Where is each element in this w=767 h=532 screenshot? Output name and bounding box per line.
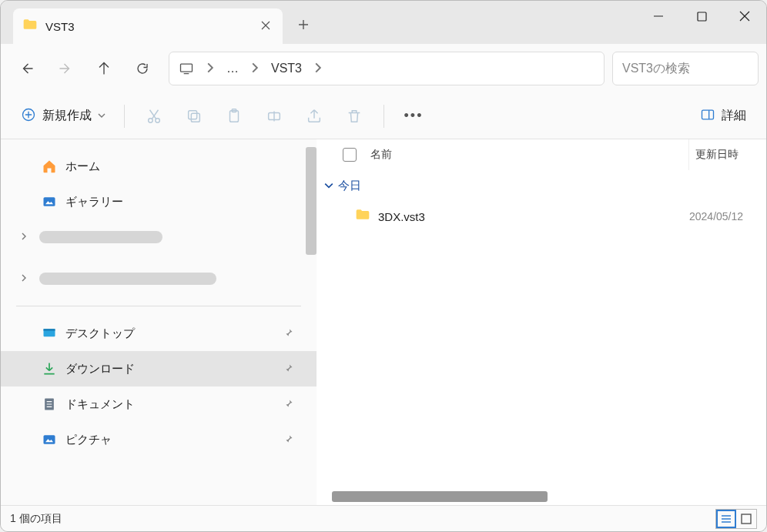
details-label: 詳細: [722, 108, 746, 124]
svg-rect-10: [702, 110, 714, 119]
cut-button[interactable]: [136, 101, 172, 132]
chevron-right-icon[interactable]: [202, 62, 219, 75]
toolbar: 新規作成 ••• 詳細: [1, 93, 766, 139]
sidebar-item-label: ドキュメント: [65, 397, 135, 412]
svg-rect-13: [44, 329, 55, 331]
sidebar-item-label: ピクチャ: [65, 433, 112, 447]
chevron-right-icon[interactable]: [310, 62, 327, 75]
sidebar: ホーム ギャラリー: [1, 139, 317, 505]
window-controls: [637, 1, 766, 32]
column-name[interactable]: 名前: [367, 139, 689, 170]
forward-button[interactable]: [47, 53, 84, 84]
status-bar: 1 個の項目: [1, 505, 766, 531]
sidebar-item-documents[interactable]: ドキュメント: [1, 386, 317, 422]
search-input[interactable]: VST3の検索: [612, 52, 759, 85]
sidebar-item-desktop[interactable]: デスクトップ: [1, 316, 317, 351]
breadcrumb-segment[interactable]: VST3: [268, 59, 305, 79]
svg-rect-1: [181, 64, 193, 72]
view-details-button[interactable]: [716, 510, 736, 528]
svg-rect-6: [189, 110, 197, 119]
plus-circle-icon: [21, 107, 36, 125]
gallery-icon: [41, 194, 58, 209]
redacted-label: [39, 231, 162, 243]
chevron-down-icon: [98, 111, 106, 122]
svg-rect-5: [191, 113, 199, 122]
download-icon: [41, 361, 58, 376]
file-date: 2024/05/12: [689, 210, 766, 223]
breadcrumb-ellipsis[interactable]: …: [223, 59, 242, 79]
select-all-checkbox[interactable]: [343, 148, 357, 162]
new-tab-button[interactable]: [298, 16, 309, 34]
refresh-button[interactable]: [124, 53, 161, 84]
column-headers: 名前 更新日時: [317, 139, 766, 170]
title-bar: VST3: [1, 1, 766, 44]
toolbar-separator: [384, 105, 384, 128]
svg-rect-15: [44, 435, 55, 444]
up-button[interactable]: [85, 53, 122, 84]
group-label: 今日: [338, 179, 361, 193]
pictures-icon: [41, 432, 58, 447]
sidebar-item-home[interactable]: ホーム: [1, 149, 317, 184]
search-placeholder: VST3の検索: [622, 61, 690, 77]
svg-rect-0: [698, 12, 706, 21]
content-horizontal-scrollbar[interactable]: [332, 491, 548, 502]
pc-icon[interactable]: [176, 58, 197, 79]
address-bar[interactable]: … VST3: [169, 52, 605, 85]
delete-button[interactable]: [336, 101, 373, 132]
group-today[interactable]: 今日: [317, 170, 766, 201]
file-row[interactable]: 3DX.vst3 2024/05/12: [317, 201, 766, 232]
details-icon: [700, 107, 715, 125]
chevron-down-icon: [324, 181, 333, 190]
item-count: 1 個の項目: [10, 512, 62, 526]
view-toggle: [715, 509, 757, 529]
paste-button[interactable]: [216, 101, 253, 132]
tab-current[interactable]: VST3: [13, 8, 283, 44]
file-name: 3DX.vst3: [378, 210, 682, 223]
folder-icon: [22, 17, 38, 35]
rename-button[interactable]: [256, 101, 293, 132]
tab-close-button[interactable]: [258, 16, 273, 36]
copy-button[interactable]: [176, 101, 213, 132]
home-icon: [41, 159, 58, 174]
details-pane-button[interactable]: 詳細: [692, 102, 754, 130]
close-button[interactable]: [723, 1, 766, 32]
sidebar-item-label: ダウンロード: [65, 362, 135, 376]
desktop-icon: [41, 326, 58, 341]
sidebar-item-label: ギャラリー: [65, 195, 123, 209]
more-button[interactable]: •••: [395, 101, 432, 132]
sidebar-item-redacted[interactable]: [1, 219, 317, 255]
sidebar-item-label: デスクトップ: [65, 326, 135, 341]
tab-title: VST3: [45, 20, 250, 33]
folder-icon: [355, 207, 370, 226]
navigation-bar: … VST3 VST3の検索: [1, 44, 766, 93]
new-button[interactable]: 新規作成: [13, 102, 113, 130]
body: ホーム ギャラリー: [1, 139, 766, 505]
new-button-label: 新規作成: [42, 108, 92, 124]
column-date[interactable]: 更新日時: [689, 139, 766, 170]
svg-rect-11: [44, 197, 55, 206]
content-pane: 名前 更新日時 今日 3DX.vst3 2024/05/12: [317, 139, 766, 505]
share-button[interactable]: [296, 101, 333, 132]
toolbar-separator: [124, 105, 125, 128]
chevron-right-icon[interactable]: [246, 62, 263, 75]
minimize-button[interactable]: [637, 1, 680, 32]
svg-rect-16: [742, 514, 751, 524]
sidebar-item-label: ホーム: [65, 159, 100, 174]
sidebar-separator: [16, 306, 301, 306]
back-button[interactable]: [8, 53, 45, 84]
redacted-label: [39, 273, 216, 285]
pin-icon: [284, 398, 293, 410]
maximize-button[interactable]: [680, 1, 723, 32]
sidebar-item-pictures[interactable]: ピクチャ: [1, 422, 317, 457]
sidebar-item-downloads[interactable]: ダウンロード: [1, 351, 317, 386]
chevron-right-icon[interactable]: [16, 232, 32, 243]
explorer-window: VST3: [0, 0, 767, 532]
view-icons-button[interactable]: [736, 510, 756, 528]
sidebar-item-gallery[interactable]: ギャラリー: [1, 184, 317, 219]
pin-icon: [284, 433, 293, 446]
pin-icon: [284, 363, 293, 375]
pin-icon: [284, 327, 293, 340]
sidebar-item-redacted[interactable]: [1, 261, 317, 296]
chevron-right-icon[interactable]: [16, 273, 32, 284]
document-icon: [41, 396, 58, 412]
